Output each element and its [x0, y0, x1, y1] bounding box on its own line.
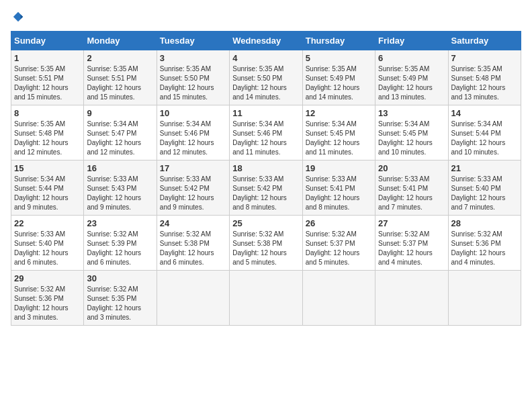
day-info: Sunrise: 5:33 AMSunset: 5:40 PMDaylight:… — [14, 230, 81, 267]
day-info: Sunrise: 5:35 AMSunset: 5:51 PMDaylight:… — [14, 64, 81, 102]
day-number: 27 — [378, 218, 445, 228]
day-info: Sunrise: 5:35 AMSunset: 5:48 PMDaylight:… — [14, 120, 81, 157]
day-info: Sunrise: 5:34 AMSunset: 5:45 PMDaylight:… — [306, 120, 372, 157]
calendar-cell: 10 Sunrise: 5:34 AMSunset: 5:46 PMDaylig… — [157, 105, 229, 161]
calendar-cell: 19 Sunrise: 5:33 AMSunset: 5:41 PMDaylig… — [302, 161, 375, 216]
day-info: Sunrise: 5:33 AMSunset: 5:41 PMDaylight:… — [306, 175, 372, 212]
day-number: 3 — [160, 53, 226, 63]
weekday-header-friday: Friday — [375, 32, 448, 50]
logo — [11, 11, 24, 23]
day-info: Sunrise: 5:35 AMSunset: 5:49 PMDaylight:… — [378, 64, 445, 102]
day-number: 6 — [378, 53, 445, 63]
day-info: Sunrise: 5:32 AMSunset: 5:36 PMDaylight:… — [14, 285, 81, 322]
calendar-cell: 30 Sunrise: 5:32 AMSunset: 5:35 PMDaylig… — [84, 271, 157, 326]
calendar-cell — [375, 271, 448, 326]
day-number: 13 — [378, 108, 445, 118]
day-number: 9 — [87, 108, 153, 118]
day-info: Sunrise: 5:33 AMSunset: 5:40 PMDaylight:… — [451, 175, 518, 212]
day-number: 11 — [232, 108, 299, 118]
weekday-header-saturday: Saturday — [448, 32, 521, 50]
day-info: Sunrise: 5:35 AMSunset: 5:51 PMDaylight:… — [87, 64, 153, 102]
day-info: Sunrise: 5:33 AMSunset: 5:43 PMDaylight:… — [87, 175, 153, 212]
day-info: Sunrise: 5:34 AMSunset: 5:45 PMDaylight:… — [378, 120, 445, 157]
calendar-cell: 14 Sunrise: 5:34 AMSunset: 5:44 PMDaylig… — [448, 105, 521, 161]
day-info: Sunrise: 5:35 AMSunset: 5:50 PMDaylight:… — [160, 64, 226, 102]
day-number: 5 — [306, 53, 372, 63]
calendar-cell: 27 Sunrise: 5:32 AMSunset: 5:37 PMDaylig… — [375, 216, 448, 271]
day-number: 22 — [14, 218, 81, 228]
calendar-cell: 20 Sunrise: 5:33 AMSunset: 5:41 PMDaylig… — [375, 161, 448, 216]
calendar-cell: 13 Sunrise: 5:34 AMSunset: 5:45 PMDaylig… — [375, 105, 448, 161]
day-info: Sunrise: 5:32 AMSunset: 5:36 PMDaylight:… — [451, 230, 518, 267]
calendar-cell: 25 Sunrise: 5:32 AMSunset: 5:38 PMDaylig… — [230, 216, 302, 271]
day-number: 15 — [14, 163, 81, 173]
calendar-cell — [157, 271, 229, 326]
day-number: 16 — [87, 163, 153, 173]
day-number: 2 — [87, 53, 153, 63]
day-number: 19 — [306, 163, 372, 173]
calendar-cell: 2 Sunrise: 5:35 AMSunset: 5:51 PMDayligh… — [84, 50, 157, 105]
day-info: Sunrise: 5:32 AMSunset: 5:39 PMDaylight:… — [87, 230, 153, 267]
day-number: 23 — [87, 218, 153, 228]
day-number: 24 — [160, 218, 226, 228]
calendar-cell: 1 Sunrise: 5:35 AMSunset: 5:51 PMDayligh… — [11, 50, 84, 105]
calendar-table: SundayMondayTuesdayWednesdayThursdayFrid… — [11, 31, 521, 326]
day-info: Sunrise: 5:32 AMSunset: 5:37 PMDaylight:… — [306, 230, 372, 267]
calendar-cell: 24 Sunrise: 5:32 AMSunset: 5:38 PMDaylig… — [157, 216, 229, 271]
calendar-cell — [302, 271, 375, 326]
day-info: Sunrise: 5:35 AMSunset: 5:48 PMDaylight:… — [451, 64, 518, 102]
day-number: 17 — [160, 163, 226, 173]
day-info: Sunrise: 5:32 AMSunset: 5:37 PMDaylight:… — [378, 230, 445, 267]
calendar-cell: 11 Sunrise: 5:34 AMSunset: 5:46 PMDaylig… — [230, 105, 302, 161]
calendar-cell: 18 Sunrise: 5:33 AMSunset: 5:42 PMDaylig… — [230, 161, 302, 216]
calendar-cell: 26 Sunrise: 5:32 AMSunset: 5:37 PMDaylig… — [302, 216, 375, 271]
day-info: Sunrise: 5:34 AMSunset: 5:44 PMDaylight:… — [451, 120, 518, 157]
day-info: Sunrise: 5:32 AMSunset: 5:35 PMDaylight:… — [87, 285, 153, 322]
calendar-cell: 4 Sunrise: 5:35 AMSunset: 5:50 PMDayligh… — [230, 50, 302, 105]
calendar-cell: 6 Sunrise: 5:35 AMSunset: 5:49 PMDayligh… — [375, 50, 448, 105]
day-number: 18 — [232, 163, 299, 173]
calendar-cell: 15 Sunrise: 5:34 AMSunset: 5:44 PMDaylig… — [11, 161, 84, 216]
day-number: 7 — [451, 53, 518, 63]
day-number: 26 — [306, 218, 372, 228]
weekday-header-wednesday: Wednesday — [230, 32, 302, 50]
calendar-cell: 23 Sunrise: 5:32 AMSunset: 5:39 PMDaylig… — [84, 216, 157, 271]
calendar-cell: 9 Sunrise: 5:34 AMSunset: 5:47 PMDayligh… — [84, 105, 157, 161]
day-info: Sunrise: 5:33 AMSunset: 5:42 PMDaylight:… — [160, 175, 226, 212]
day-number: 25 — [232, 218, 299, 228]
day-info: Sunrise: 5:34 AMSunset: 5:47 PMDaylight:… — [87, 120, 153, 157]
day-info: Sunrise: 5:34 AMSunset: 5:44 PMDaylight:… — [14, 175, 81, 212]
day-info: Sunrise: 5:33 AMSunset: 5:41 PMDaylight:… — [378, 175, 445, 212]
weekday-header-thursday: Thursday — [302, 32, 375, 50]
day-number: 4 — [232, 53, 299, 63]
calendar-cell: 7 Sunrise: 5:35 AMSunset: 5:48 PMDayligh… — [448, 50, 521, 105]
day-number: 21 — [451, 163, 518, 173]
day-number: 14 — [451, 108, 518, 118]
calendar-cell: 8 Sunrise: 5:35 AMSunset: 5:48 PMDayligh… — [11, 105, 84, 161]
day-number: 29 — [14, 273, 81, 283]
day-info: Sunrise: 5:33 AMSunset: 5:42 PMDaylight:… — [232, 175, 299, 212]
day-number: 12 — [306, 108, 372, 118]
weekday-header-monday: Monday — [84, 32, 157, 50]
calendar-cell: 28 Sunrise: 5:32 AMSunset: 5:36 PMDaylig… — [448, 216, 521, 271]
day-info: Sunrise: 5:34 AMSunset: 5:46 PMDaylight:… — [232, 120, 299, 157]
day-number: 28 — [451, 218, 518, 228]
calendar-cell: 29 Sunrise: 5:32 AMSunset: 5:36 PMDaylig… — [11, 271, 84, 326]
calendar-cell: 21 Sunrise: 5:33 AMSunset: 5:40 PMDaylig… — [448, 161, 521, 216]
day-info: Sunrise: 5:32 AMSunset: 5:38 PMDaylight:… — [160, 230, 226, 267]
day-info: Sunrise: 5:32 AMSunset: 5:38 PMDaylight:… — [232, 230, 299, 267]
day-info: Sunrise: 5:34 AMSunset: 5:46 PMDaylight:… — [160, 120, 226, 157]
weekday-header-tuesday: Tuesday — [157, 32, 229, 50]
calendar-cell: 17 Sunrise: 5:33 AMSunset: 5:42 PMDaylig… — [157, 161, 229, 216]
day-info: Sunrise: 5:35 AMSunset: 5:49 PMDaylight:… — [306, 64, 372, 102]
calendar-cell: 22 Sunrise: 5:33 AMSunset: 5:40 PMDaylig… — [11, 216, 84, 271]
day-info: Sunrise: 5:35 AMSunset: 5:50 PMDaylight:… — [232, 64, 299, 102]
day-number: 8 — [14, 108, 81, 118]
calendar-cell: 12 Sunrise: 5:34 AMSunset: 5:45 PMDaylig… — [302, 105, 375, 161]
calendar-cell: 3 Sunrise: 5:35 AMSunset: 5:50 PMDayligh… — [157, 50, 229, 105]
calendar-cell — [230, 271, 302, 326]
calendar-cell — [448, 271, 521, 326]
day-number: 10 — [160, 108, 226, 118]
day-number: 1 — [14, 53, 81, 63]
calendar-cell: 5 Sunrise: 5:35 AMSunset: 5:49 PMDayligh… — [302, 50, 375, 105]
